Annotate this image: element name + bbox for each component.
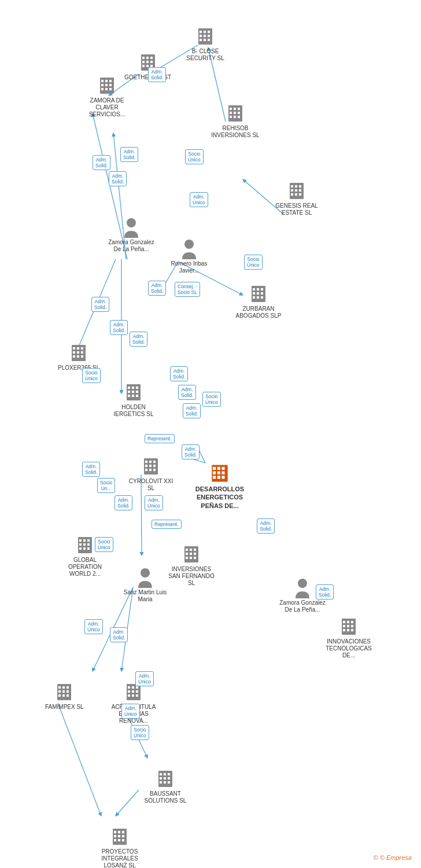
- node-zamora-gonzalez[interactable]: Zamora Gonzalez De La Peña...: [105, 217, 157, 253]
- badge-socio-un-2[interactable]: SocioUn...: [97, 478, 115, 493]
- node-zamora-claver[interactable]: ZAMORA DE CLAVER SERVICIOS...: [81, 75, 133, 118]
- svg-rect-165: [136, 686, 138, 689]
- node-holden[interactable]: HOLDEN IERGETICS SL: [108, 382, 160, 418]
- label-zamora-gonzalez: Zamora Gonzalez De La Peña...: [105, 239, 157, 253]
- badge-adm-solid-15[interactable]: Adm.Solid.: [257, 518, 275, 534]
- watermark: © © Empresa: [374, 854, 412, 861]
- svg-rect-73: [261, 288, 263, 290]
- badge-adm-solid-1[interactable]: Adm.Solid.: [148, 67, 166, 82]
- badge-adm-solid-5[interactable]: Adm.Solid.: [148, 281, 166, 296]
- person-icon-zamora2: [293, 578, 312, 598]
- svg-rect-32: [142, 61, 145, 63]
- svg-rect-151: [351, 629, 353, 631]
- svg-rect-118: [217, 476, 220, 479]
- badge-socio-unico-6[interactable]: SocioÚnico: [131, 725, 149, 740]
- badge-socio-unico-3[interactable]: SocioÚnico: [82, 368, 101, 383]
- label-sanz: Sanz Martin Luis Maria: [119, 589, 171, 603]
- badge-consej[interactable]: Consej. -Socio SL: [175, 282, 200, 297]
- svg-rect-163: [128, 686, 130, 689]
- node-genesis[interactable]: GENESIS REAL ESTATE SL: [271, 181, 323, 216]
- node-desarrollos[interactable]: DESARROLLOS ENERGETICOS PEÑAS DE...: [191, 463, 249, 510]
- badge-adm-solid-17[interactable]: Adm.Solid.: [110, 627, 128, 642]
- svg-rect-114: [213, 472, 216, 475]
- svg-rect-116: [221, 472, 224, 475]
- svg-rect-23: [204, 35, 206, 37]
- node-famimpex[interactable]: FAMIMPEX SL: [45, 682, 84, 711]
- node-b-close[interactable]: B- CLOSE SECURITY SL: [179, 26, 231, 62]
- svg-rect-187: [118, 835, 120, 837]
- badge-adm-solid-6[interactable]: Adm.Solid.: [91, 297, 109, 312]
- badge-adm-solid-7[interactable]: Adm.Solid.: [110, 320, 128, 335]
- node-proyectos[interactable]: PROYECTOS INTEGRALES LOSANZ SL: [94, 826, 146, 868]
- svg-rect-51: [238, 108, 240, 110]
- svg-rect-108: [149, 469, 152, 471]
- badge-adm-solid-10[interactable]: Adm.Solid.: [178, 385, 196, 400]
- svg-rect-146: [343, 625, 345, 627]
- node-baussant[interactable]: BAUSSANT SOLUTIONS SL: [139, 768, 191, 804]
- node-rehisob[interactable]: REHISOB INVERSIONES SL: [209, 103, 261, 139]
- badge-represent-1[interactable]: Represent.: [145, 434, 175, 443]
- svg-rect-117: [213, 476, 216, 479]
- svg-rect-91: [128, 387, 130, 389]
- svg-rect-122: [83, 539, 86, 542]
- svg-rect-88: [77, 355, 79, 358]
- node-ploxer[interactable]: PLOXER365 SL: [58, 343, 99, 372]
- svg-rect-101: [145, 461, 147, 463]
- svg-rect-178: [168, 777, 170, 779]
- svg-rect-186: [114, 835, 116, 837]
- svg-rect-119: [221, 476, 224, 479]
- badge-socio-unico-2[interactable]: SocioÚnico: [244, 255, 263, 270]
- node-cyrolovit[interactable]: CYROLOVIT XXI SL: [125, 456, 177, 492]
- badge-adm-unico-3[interactable]: Adm.Único: [84, 619, 103, 634]
- badge-adm-solid-3[interactable]: Adm.Solid.: [120, 147, 138, 162]
- svg-rect-76: [261, 292, 263, 295]
- badge-adm-solid-4[interactable]: Adm.Solid.: [109, 171, 127, 186]
- svg-rect-46: [105, 88, 108, 90]
- svg-rect-59: [291, 185, 293, 187]
- label-famimpex: FAMIMPEX SL: [45, 704, 84, 711]
- badge-adm-solid-8[interactable]: Adm.Solid.: [130, 332, 147, 347]
- label-proyectos: PROYECTOS INTEGRALES LOSANZ SL: [94, 848, 146, 868]
- node-inversiones-sf[interactable]: INVERSIONES SAN FERNANDO SL: [165, 544, 217, 587]
- badge-socio-unico-1[interactable]: SocioÚnico: [185, 149, 204, 164]
- building-icon-famimpex: [55, 682, 73, 703]
- node-sanz[interactable]: Sanz Martin Luis Maria: [119, 567, 171, 603]
- svg-rect-86: [81, 351, 83, 354]
- node-zurbaran[interactable]: ZURBARAN ABOGADOS SLP: [232, 284, 285, 319]
- badge-adm-solid-2[interactable]: Adm.Solid.: [93, 155, 110, 170]
- node-innovaciones[interactable]: INNOVACIONES TECNOLOGICAS DE...: [323, 616, 375, 659]
- svg-rect-30: [146, 57, 149, 59]
- badge-adm-solid-14[interactable]: Adm.Solid.: [115, 495, 132, 510]
- svg-rect-97: [128, 395, 130, 397]
- building-icon-baussant: [156, 768, 175, 789]
- svg-rect-87: [73, 355, 75, 358]
- svg-line-16: [116, 790, 139, 816]
- badge-adm-solid-13[interactable]: Adm.Solid.: [82, 462, 100, 477]
- svg-rect-27: [208, 39, 210, 41]
- svg-rect-156: [58, 690, 61, 693]
- svg-rect-174: [164, 773, 166, 775]
- svg-rect-139: [194, 557, 196, 559]
- badge-adm-solid-12[interactable]: Adm.Solid.: [182, 444, 200, 459]
- svg-rect-35: [142, 65, 145, 67]
- label-genesis: GENESIS REAL ESTATE SL: [271, 203, 323, 216]
- badge-adm-solid-16[interactable]: Adm.Solid.: [316, 584, 334, 599]
- svg-rect-57: [238, 116, 240, 118]
- badge-socio-unico-5[interactable]: SocioÚnico: [95, 537, 113, 552]
- badge-adm-unico-1[interactable]: Adm.Único: [190, 192, 208, 207]
- node-romero[interactable]: Romero Iribas Javier...: [163, 238, 215, 274]
- badge-adm-solid-9[interactable]: Adm.Solid.: [170, 366, 188, 381]
- svg-rect-64: [299, 189, 301, 192]
- badge-socio-unico-4[interactable]: SocioÚnico: [202, 392, 221, 407]
- svg-rect-128: [83, 547, 86, 550]
- badge-adm-unico-2[interactable]: Adm.Único: [145, 495, 163, 510]
- badge-represent-2[interactable]: Represent.: [152, 520, 182, 529]
- svg-rect-171: [136, 694, 138, 697]
- badge-adm-unico-5[interactable]: Adm.Único: [121, 704, 140, 719]
- building-icon-genesis: [287, 181, 306, 201]
- svg-rect-113: [221, 467, 224, 470]
- badge-adm-unico-4[interactable]: Adm.Único: [135, 671, 154, 686]
- svg-rect-135: [190, 553, 192, 555]
- badge-adm-solid-11[interactable]: Adm.Solid.: [183, 403, 201, 418]
- svg-rect-85: [77, 351, 79, 354]
